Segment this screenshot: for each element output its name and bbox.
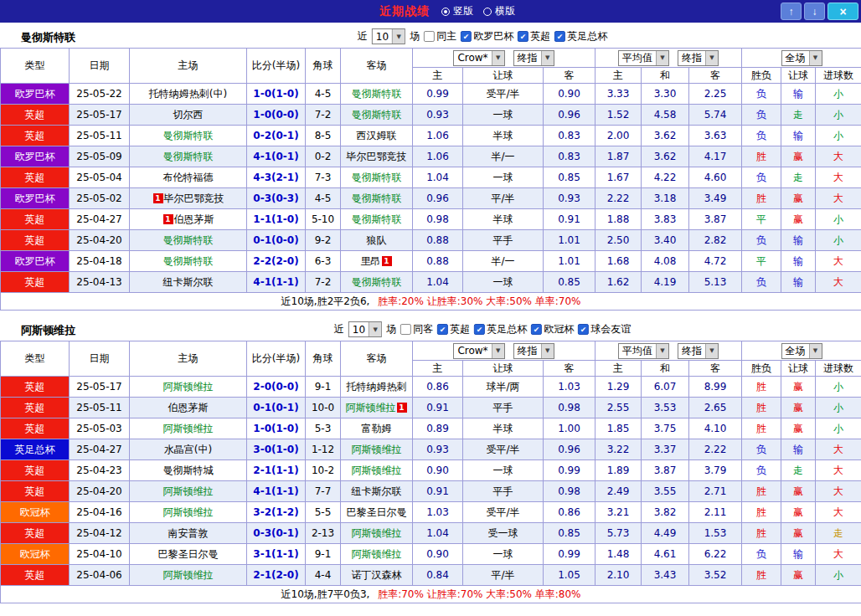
avg-draw-cell: 3.62 (642, 146, 689, 167)
titlebar-center: 近期战绩 竖版 横版 (379, 4, 515, 19)
odds-time-dropdown[interactable]: 终指▼ (513, 343, 554, 359)
match-result-cell: 负 (742, 439, 781, 460)
goals-result-cell: 大 (816, 544, 861, 565)
odds-time-value: 终指 (514, 344, 541, 358)
up-arrow-icon: ↑ (789, 6, 794, 18)
match-row: 英超25-05-03阿斯顿维拉1-0(1-0)5-3富勒姆0.89半球1.001… (1, 418, 861, 439)
avg-home-cell: 1.48 (595, 544, 642, 565)
filter-checkbox-checked[interactable]: ✔英超 (437, 322, 470, 336)
away-team-cell: 阿斯顿维拉 (341, 523, 413, 544)
chevron-down-icon: ▼ (492, 51, 504, 65)
home-team-cell: 阿斯顿维拉 (130, 377, 247, 398)
avg-odds-dropdown[interactable]: 平均值▼ (618, 343, 669, 359)
scope-dropdown[interactable]: 全场▼ (781, 343, 822, 359)
match-result-cell: 负 (742, 230, 781, 251)
avg-draw-cell: 3.87 (642, 460, 689, 481)
col-header-away: 客场 (341, 341, 413, 377)
team-name-text: 布伦特福德 (163, 172, 214, 183)
subcol-odds-away: 客 (544, 68, 595, 84)
score-cell: 4-1(1-1) (247, 272, 306, 293)
team-name-text: 阿斯顿维拉 (163, 423, 214, 434)
away-odds-cell: 0.85 (544, 272, 595, 293)
league-type-cell: 英超 (1, 230, 70, 251)
filter-checkbox-unchecked[interactable]: 同客 (400, 322, 433, 336)
avg-home-cell: 3.21 (595, 502, 642, 523)
date-cell: 25-05-04 (70, 167, 130, 188)
matches-table: 类型 日期 主场 比分(半场) 角球 客场 Crow*▼ 终指▼ 平均值▼ 终指… (0, 341, 861, 603)
radio-vertical-layout[interactable]: 竖版 (441, 4, 473, 18)
red-card-badge: 1 (163, 214, 173, 224)
layout-radio-group: 竖版 横版 (441, 4, 515, 18)
away-odds-cell: 0.98 (544, 398, 595, 418)
league-type-cell: 英超 (1, 523, 70, 544)
match-row: 英超25-05-17阿斯顿维拉2-0(0-0)9-1托特纳姆热刺0.86球半/两… (1, 377, 861, 398)
goals-result-cell: 小 (816, 418, 861, 439)
match-result-cell: 胜 (742, 523, 781, 544)
avg-time-dropdown[interactable]: 终指▼ (678, 50, 719, 66)
record-summary: 近10场,胜7平0负3, (281, 588, 370, 600)
avg-away-cell: 3.63 (689, 126, 742, 146)
match-result-cell: 平 (742, 251, 781, 272)
team-name-text: 富勒姆 (362, 423, 392, 434)
table-header: 类型 日期 主场 比分(半场) 角球 客场 Crow*▼ 终指▼ 平均值▼ 终指… (1, 341, 861, 377)
team-name-text: 阿斯顿维拉 (352, 527, 402, 539)
filter-checkbox-checked[interactable]: ✔欧冠杯 (531, 322, 574, 336)
odds-source-dropdown[interactable]: Crow*▼ (453, 50, 504, 66)
away-odds-cell: 0.99 (544, 460, 595, 481)
avg-away-cell: 6.22 (689, 544, 742, 565)
league-type-cell: 英超 (1, 398, 70, 418)
match-count-dropdown[interactable]: 10▼ (372, 28, 405, 44)
subcol-odds-home: 主 (413, 361, 463, 377)
avg-away-cell: 4.17 (689, 146, 742, 167)
league-type-cell: 欧冠杯 (1, 502, 70, 523)
filter-checkbox-checked[interactable]: ✔球会友谊 (578, 322, 631, 336)
filter-checkbox-checked[interactable]: ✔欧罗巴杯 (461, 29, 513, 44)
team-name-text: 阿斯顿维拉 (352, 548, 402, 560)
league-type-cell: 英足总杯 (1, 439, 70, 460)
home-odds-cell: 0.90 (413, 460, 463, 481)
avg-time-dropdown[interactable]: 终指▼ (678, 343, 719, 359)
date-cell: 25-05-09 (70, 146, 130, 167)
avg-odds-dropdown[interactable]: 平均值▼ (618, 50, 669, 66)
checkbox-icon: ✔ (554, 31, 565, 42)
home-odds-cell: 0.93 (413, 439, 463, 460)
match-result-cell: 负 (742, 544, 781, 565)
checkbox-icon (400, 324, 411, 335)
team-name-text: 伯恩茅斯 (168, 402, 209, 413)
goals-result-cell: 大 (816, 439, 861, 460)
record-summary: 近10场,胜2平2负6, (281, 295, 370, 307)
chevron-down-icon: ▼ (392, 29, 405, 44)
avg-draw-cell: 3.43 (642, 565, 689, 586)
handicap-result-cell: 输 (781, 126, 816, 146)
move-down-button[interactable]: ↓ (804, 3, 825, 20)
odds-time-dropdown[interactable]: 终指▼ (513, 50, 554, 66)
chevron-down-icon: ▼ (369, 322, 381, 336)
scope-dropdown[interactable]: 全场▼ (781, 50, 822, 66)
radio-horizontal-layout[interactable]: 横版 (483, 4, 515, 18)
home-team-cell: 托特纳姆热刺(中) (130, 84, 247, 105)
score-cell: 1-0(1-0) (247, 84, 306, 105)
filter-checkbox-checked[interactable]: ✔英足总杯 (554, 29, 607, 44)
move-up-button[interactable]: ↑ (781, 3, 802, 20)
match-row: 英超25-04-06阿斯顿维拉2-1(2-0)4-4诺丁汉森林0.84平/半1.… (1, 565, 861, 586)
filter-checkbox-unchecked[interactable]: 同主 (424, 29, 456, 44)
subcol-avg-draw: 和 (642, 68, 689, 84)
odds-source-dropdown[interactable]: Crow*▼ (453, 343, 504, 359)
team-name-text: 阿斯顿维拉 (346, 402, 396, 413)
avg-home-cell: 2.55 (595, 398, 642, 418)
filter-checkbox-checked[interactable]: ✔英足总杯 (474, 322, 527, 336)
match-result-cell: 负 (742, 126, 781, 146)
avg-away-cell: 3.79 (689, 460, 742, 481)
close-button[interactable]: × (827, 3, 858, 20)
handicap-result-cell: 赢 (781, 209, 816, 230)
corner-cell: 7-7 (306, 481, 341, 502)
avg-draw-cell: 4.22 (642, 167, 689, 188)
result-group-header: 全场▼ (742, 341, 861, 361)
filter-checkbox-checked[interactable]: ✔英超 (518, 29, 550, 44)
subcol-handicap-result: 让球 (781, 361, 816, 377)
avg-home-cell: 3.33 (595, 84, 642, 105)
corner-cell: 9-1 (306, 377, 341, 398)
section-manchester-united: 曼彻斯特联 近10▼场同主✔欧罗巴杯✔英超✔英足总杯 类型 日期 主场 比分(半… (0, 26, 861, 311)
goals-result-cell: 大 (816, 481, 861, 502)
match-count-dropdown[interactable]: 10▼ (348, 321, 382, 337)
